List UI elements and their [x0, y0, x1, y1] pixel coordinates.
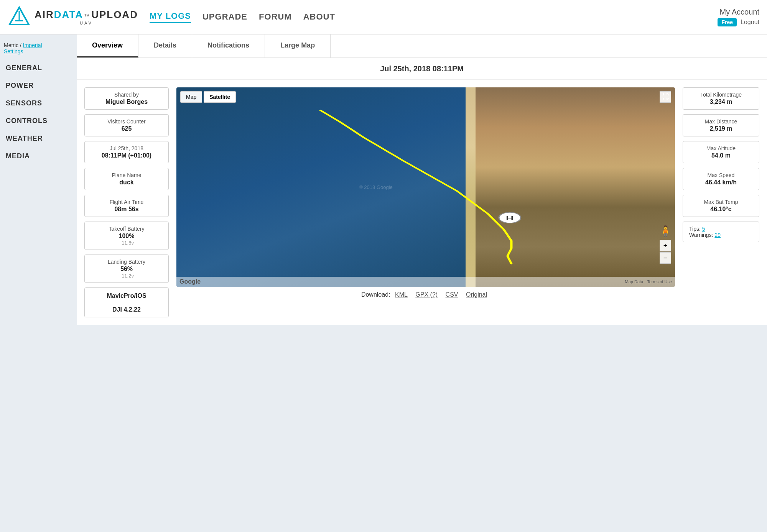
- download-csv[interactable]: CSV: [446, 291, 458, 298]
- tab-details[interactable]: Details: [138, 34, 192, 57]
- stat-max-speed-value: 46.44 km/h: [689, 179, 753, 186]
- map-type-controls: Map Satellite: [180, 91, 236, 103]
- download-kml[interactable]: KML: [395, 291, 408, 298]
- map-expand-btn[interactable]: ⛶: [660, 91, 671, 103]
- stat-tips-warnings: Tips: 5 Warnings: 29: [683, 222, 759, 242]
- tab-notifications[interactable]: Notifications: [192, 34, 265, 57]
- map-footer-links: Map Data Terms of Use: [625, 279, 672, 284]
- logo-icon: [8, 5, 31, 28]
- card-plane-label: Plane Name: [112, 172, 141, 178]
- stat-max-bat-temp: Max Bat Temp 46.10°c: [683, 195, 759, 217]
- download-label: Download:: [361, 291, 390, 298]
- card-shared-by-value: Miguel Borges: [91, 99, 162, 105]
- warnings-value-link[interactable]: 29: [714, 232, 721, 238]
- free-badge: Free: [718, 18, 737, 26]
- card-landing-label: Landing Battery: [108, 259, 145, 265]
- nav-upgrade[interactable]: UPGRADE: [202, 12, 247, 22]
- metric-label[interactable]: Metric: [4, 42, 18, 48]
- map-btn-satellite[interactable]: Satellite: [204, 91, 236, 103]
- download-original[interactable]: Original: [466, 291, 487, 298]
- map-btn-map[interactable]: Map: [180, 91, 202, 103]
- card-plane-name: Plane Name duck: [84, 168, 169, 190]
- card-datetime: Jul 25th, 2018 08:11PM (+01:00): [84, 141, 169, 163]
- stat-total-km-value: 3,234 m: [689, 99, 753, 105]
- terms-of-use[interactable]: Terms of Use: [647, 279, 672, 284]
- nav-forum[interactable]: FORUM: [259, 12, 292, 22]
- stat-bat-temp-value: 46.10°c: [689, 206, 753, 213]
- logo-sub: UAV: [35, 21, 138, 25]
- account-title: My Account: [718, 8, 759, 16]
- map-data-label[interactable]: Map Data: [625, 279, 644, 284]
- flight-date: Jul 25th, 2018 08:11PM: [77, 58, 767, 80]
- svg-text:H: H: [506, 215, 514, 222]
- sidebar-section-media: MEDIA: [6, 152, 73, 160]
- map-footer: Google Map Data Terms of Use: [176, 277, 675, 287]
- stat-total-kilometrage: Total Kilometrage 3,234 m: [683, 87, 759, 110]
- account-area: My Account Free Logout: [718, 8, 759, 26]
- card-visitors-counter: Visitors Counter 625: [84, 114, 169, 136]
- nav-about[interactable]: ABOUT: [303, 12, 335, 22]
- settings-link[interactable]: Settings: [4, 48, 23, 54]
- nav-my-logs[interactable]: MY LOGS: [150, 11, 191, 23]
- card-takeoff-battery: Takeoff Battery 100%11.8v: [84, 222, 169, 250]
- card-drone-model: MavicPro/iOS DJI 4.2.22: [84, 287, 169, 317]
- stat-max-dist-label: Max Distance: [705, 118, 737, 125]
- logo-text: AIR DATA ™ UPLOAD UAV: [35, 9, 138, 25]
- card-drone-label: MavicPro/iOS: [91, 292, 162, 299]
- main-nav: MY LOGS UPGRADE FORUM ABOUT: [150, 11, 718, 23]
- tips-row: Tips: 5: [689, 226, 753, 232]
- card-landing-value: 56%: [91, 266, 162, 273]
- sidebar-unit-toggle: Metric / Imperial Settings: [4, 42, 73, 54]
- left-cards: Shared by Miguel Borges Visitors Counter…: [84, 87, 169, 317]
- stat-max-altitude: Max Altitude 54.0 m: [683, 141, 759, 163]
- sidebar-section-power: POWER: [6, 82, 73, 90]
- stat-bat-temp-label: Max Bat Temp: [704, 199, 738, 205]
- card-visitors-value: 625: [91, 125, 162, 132]
- map-container: H Map Satellite ⛶ 🧍 +: [176, 87, 675, 317]
- card-plane-value: duck: [91, 179, 162, 186]
- sidebar-section-weather: WEATHER: [6, 135, 73, 143]
- card-flight-time: Flight Air Time 08m 56s: [84, 195, 169, 217]
- card-flight-time-value: 08m 56s: [91, 206, 162, 213]
- sidebar: Metric / Imperial Settings GENERAL POWER…: [0, 34, 77, 325]
- card-flight-time-label: Flight Air Time: [110, 199, 144, 205]
- warnings-row: Warnings: 29: [689, 232, 753, 238]
- card-landing-battery: Landing Battery 56%11.2v: [84, 255, 169, 283]
- stat-max-dist-value: 2,519 m: [689, 125, 753, 132]
- tab-overview[interactable]: Overview: [77, 34, 138, 57]
- card-visitors-label: Visitors Counter: [107, 118, 145, 125]
- stat-total-km-label: Total Kilometrage: [700, 92, 742, 98]
- google-logo: Google: [179, 278, 201, 285]
- map-zoom-out[interactable]: −: [660, 252, 671, 264]
- tips-label: Tips:: [689, 226, 701, 232]
- download-gpx[interactable]: GPX (?): [415, 291, 438, 298]
- map-watermark: © 2018 Google: [359, 184, 393, 190]
- card-takeoff-sub: 11.8v: [122, 240, 134, 246]
- flight-path-svg: H: [176, 87, 675, 287]
- imperial-link[interactable]: Imperial: [23, 42, 42, 48]
- card-landing-sub: 11.2v: [122, 273, 134, 279]
- content-area: Overview Details Notifications Large Map…: [77, 34, 767, 325]
- tabs-bar: Overview Details Notifications Large Map: [77, 34, 767, 58]
- sidebar-section-sensors: SENSORS: [6, 99, 73, 107]
- stat-max-alt-value: 54.0 m: [689, 152, 753, 159]
- tips-value-link[interactable]: 5: [702, 226, 705, 232]
- map-wrapper[interactable]: H Map Satellite ⛶ 🧍 +: [176, 87, 675, 287]
- map-pegman[interactable]: 🧍: [660, 222, 671, 241]
- overview-content: Shared by Miguel Borges Visitors Counter…: [77, 80, 767, 325]
- stat-max-speed: Max Speed 46.44 km/h: [683, 168, 759, 190]
- card-shared-by-label: Shared by: [114, 92, 139, 98]
- warnings-label: Warnings:: [689, 232, 713, 238]
- download-row: Download: KML GPX (?) CSV Original: [176, 287, 675, 303]
- sidebar-section-general: GENERAL: [6, 64, 73, 72]
- sidebar-section-controls: CONTROLS: [6, 117, 73, 125]
- main-container: Metric / Imperial Settings GENERAL POWER…: [0, 34, 767, 325]
- map-zoom-in[interactable]: +: [660, 240, 671, 251]
- card-takeoff-value: 100%: [91, 233, 162, 240]
- card-shared-by: Shared by Miguel Borges: [84, 87, 169, 110]
- logout-link[interactable]: Logout: [741, 19, 759, 26]
- tab-large-map[interactable]: Large Map: [265, 34, 331, 57]
- right-stats: Total Kilometrage 3,234 m Max Distance 2…: [683, 87, 759, 317]
- card-drone-value: DJI 4.2.22: [91, 306, 162, 313]
- stat-max-alt-label: Max Altitude: [706, 145, 736, 151]
